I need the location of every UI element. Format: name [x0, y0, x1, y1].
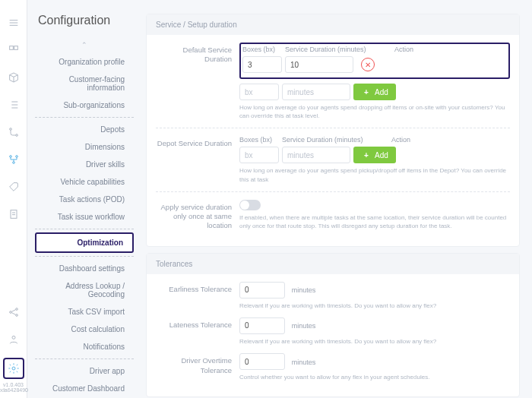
sidebar-item-dashboard-settings[interactable]: Dashboard settings	[35, 260, 134, 277]
plus-icon: +	[361, 87, 372, 97]
earliness-input[interactable]	[239, 282, 285, 298]
chevron-up-icon[interactable]: ⌃	[35, 39, 134, 50]
depot-boxes-input[interactable]	[239, 147, 279, 163]
page-title: Configuration	[38, 14, 134, 27]
col-duration: Service Duration (minutes)	[285, 46, 391, 53]
tag-icon[interactable]	[5, 178, 23, 196]
doc-icon[interactable]	[5, 205, 23, 223]
list-icon[interactable]	[5, 96, 23, 114]
sidebar-item-sub-orgs[interactable]: Sub-organizations	[35, 96, 134, 114]
service-panel-heading: Service / Setup duration	[147, 14, 519, 35]
depot-service-label: Depot Service Duration	[156, 136, 239, 148]
sidebar-item-task-actions[interactable]: Task actions (POD)	[35, 191, 134, 208]
delete-row-icon[interactable]: ✕	[361, 58, 375, 71]
route-icon[interactable]	[5, 123, 23, 141]
svg-point-3	[15, 134, 17, 137]
apply-once-label: Apply service duration only once at same…	[156, 200, 239, 231]
svg-point-2	[9, 128, 11, 131]
add-default-row-button[interactable]: +Add	[353, 84, 396, 100]
sidebar-item-task-csv[interactable]: Task CSV import	[35, 303, 134, 321]
depot-service-hint: How long on average do your agents spend…	[239, 166, 510, 183]
sidebar-item-customer-facing[interactable]: Customer-facing information	[35, 71, 134, 96]
overtime-hint: Control whether you want to allow for an…	[239, 373, 510, 381]
svg-rect-1	[14, 46, 17, 50]
col-action: Action	[394, 46, 432, 53]
dashboard-icon[interactable]	[5, 41, 23, 59]
plus-icon: +	[361, 150, 372, 160]
sidebar-item-notifications[interactable]: Notifications	[35, 338, 134, 355]
default-service-hint: How long on average do your agents spend…	[239, 103, 510, 120]
sidebar-item-vehicle-caps[interactable]: Vehicle capabilities	[35, 173, 134, 191]
duration-input[interactable]	[285, 56, 353, 73]
svg-point-4	[9, 156, 11, 158]
overtime-input[interactable]	[239, 353, 285, 370]
lateness-label: Lateness Tolerance	[156, 317, 239, 330]
earliness-unit: minutes	[292, 286, 316, 294]
earliness-label: Earliness Tolerance	[156, 282, 239, 294]
tolerances-panel: Tolerances Earliness Tolerance minutes R…	[146, 253, 520, 398]
sidebar-item-cost-calc[interactable]: Cost calculation	[35, 321, 134, 338]
lateness-hint: Relevant if you are working with timeslo…	[239, 337, 510, 346]
svg-rect-0	[9, 46, 13, 50]
sidebar-item-address-lookup[interactable]: Address Lookup / Geocoding	[35, 277, 134, 303]
sidebar-item-driver-app[interactable]: Driver app	[35, 362, 134, 380]
svg-point-10	[15, 314, 17, 316]
flow-icon[interactable]	[5, 150, 23, 169]
share-icon[interactable]	[5, 303, 23, 321]
svg-point-6	[12, 162, 14, 164]
svg-point-11	[12, 336, 15, 339]
sidebar-item-depots[interactable]: Depots	[35, 121, 134, 138]
add-depot-row-button[interactable]: +Add	[353, 147, 396, 163]
boxes-input[interactable]	[242, 56, 282, 73]
gear-icon[interactable]	[3, 358, 24, 379]
col-boxes-depot: Boxes (bx)	[239, 136, 279, 144]
sidebar-item-optimization[interactable]: Optimization	[35, 232, 134, 253]
apply-once-toggle[interactable]	[239, 200, 261, 210]
default-service-label: Default Service Duration	[156, 43, 239, 65]
boxes-input-new[interactable]	[239, 84, 279, 100]
earliness-hint: Relevant if you are working with timeslo…	[239, 302, 510, 310]
sidebar-item-customer-dash[interactable]: Customer Dashboard	[35, 380, 134, 397]
menu-icon[interactable]	[5, 14, 23, 32]
version-label: v1.0.403bda6428490	[0, 382, 28, 393]
svg-rect-7	[11, 210, 17, 219]
col-boxes: Boxes (bx)	[242, 46, 282, 53]
sidebar-item-task-issue[interactable]: Task issue workflow	[35, 208, 134, 226]
col-duration-depot: Service Duration (minutes)	[282, 136, 388, 144]
svg-point-5	[15, 156, 17, 158]
col-action-depot: Action	[391, 136, 429, 144]
user-icon[interactable]	[5, 330, 23, 349]
lateness-input[interactable]	[239, 317, 285, 334]
icon-rail: v1.0.403bda6428490	[0, 0, 27, 398]
service-panel: Service / Setup duration Default Service…	[146, 14, 520, 247]
tolerances-heading: Tolerances	[147, 254, 519, 274]
main-content: Service / Setup duration Default Service…	[134, 0, 532, 398]
box-icon[interactable]	[5, 68, 23, 87]
overtime-unit: minutes	[292, 359, 316, 366]
svg-point-8	[9, 311, 11, 313]
sidebar-item-driver-skills[interactable]: Driver skills	[35, 156, 134, 173]
default-service-table: Boxes (bx) Service Duration (minutes) Ac…	[239, 43, 510, 79]
svg-point-9	[15, 308, 17, 310]
overtime-label: Driver Overtime Tolerance	[156, 353, 239, 375]
apply-once-hint: If enabled, when there are multiple task…	[239, 213, 510, 230]
depot-duration-input[interactable]	[282, 147, 350, 163]
config-sidebar: Configuration ⌃ Organization profile Cus…	[27, 0, 134, 398]
sidebar-item-org-profile[interactable]: Organization profile	[35, 53, 134, 71]
duration-input-new[interactable]	[282, 84, 350, 100]
svg-point-12	[12, 367, 15, 370]
lateness-unit: minutes	[292, 322, 316, 330]
sidebar-item-dimensions[interactable]: Dimensions	[35, 138, 134, 156]
